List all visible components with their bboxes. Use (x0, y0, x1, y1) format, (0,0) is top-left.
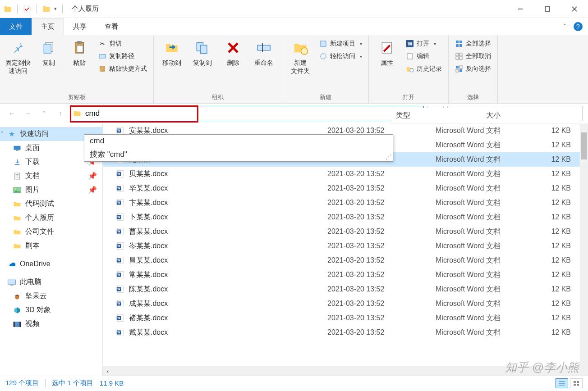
sidebar-onedrive[interactable]: OneDrive (0, 257, 102, 271)
file-row[interactable]: W卜某某.docx2021-03-20 13:52Microsoft Word … (103, 210, 588, 224)
group-label-select: 选择 (452, 91, 494, 103)
desktop-icon (13, 144, 22, 153)
group-label-open: 打开 (372, 91, 445, 103)
file-row[interactable]: W戴某某.docx2021-03-20 13:52Microsoft Word … (103, 325, 588, 340)
svg-text:W: W (117, 331, 120, 334)
sidebar-item[interactable]: 图片📌 (0, 183, 102, 197)
tab-view[interactable]: 查看 (96, 18, 127, 35)
word-icon: W (103, 300, 129, 308)
cut-button[interactable]: ✂剪切 (96, 38, 150, 50)
suggestion-item[interactable]: 搜索 "cmd" (84, 147, 393, 161)
sidebar-item[interactable]: 代码测试 (0, 197, 102, 211)
status-bar: 129 个项目 选中 1 个项目 11.9 KB (0, 376, 588, 390)
paste-button[interactable]: 粘贴 (65, 37, 94, 69)
copy-to-button[interactable]: 复制到 (188, 37, 217, 69)
select-all-button[interactable]: 全部选择 (452, 38, 494, 50)
svg-rect-28 (456, 44, 459, 47)
edit-button[interactable]: 编辑 (403, 50, 445, 62)
back-button[interactable]: ← (5, 107, 18, 120)
file-row[interactable]: W卞某某.docx2021-03-20 13:52Microsoft Word … (103, 196, 588, 210)
pin-quick-access-button[interactable]: 固定到快 速访问 (4, 37, 32, 77)
sidebar-item[interactable]: 3D 对象 (0, 303, 102, 317)
details-view-button[interactable] (556, 378, 568, 388)
address-input[interactable] (83, 107, 411, 120)
delete-icon (225, 40, 241, 56)
sidebar-item[interactable]: 公司文件 (0, 225, 102, 239)
sidebar-item[interactable]: 文档📌 (0, 169, 102, 183)
svg-point-18 (301, 48, 308, 55)
new-folder-button[interactable]: 新建 文件夹 (286, 37, 315, 77)
sidebar-item[interactable]: 个人履历 (0, 211, 102, 225)
tab-home[interactable]: 主页 (32, 18, 64, 35)
file-row[interactable]: W贝某某.docx2021-03-20 13:52Microsoft Word … (103, 167, 588, 181)
new-item-button[interactable]: 新建项目▾ (317, 38, 365, 50)
select-none-button[interactable]: 全部取消 (452, 50, 494, 62)
icons-view-button[interactable] (570, 378, 583, 388)
select-none-icon (455, 52, 463, 60)
address-bar[interactable]: ˅ (70, 106, 424, 121)
file-row[interactable]: W昌某某.docx2021-03-20 13:52Microsoft Word … (103, 253, 588, 268)
forward-button[interactable]: → (22, 107, 34, 120)
copy-path-button[interactable]: 复制路径 (96, 50, 150, 62)
maximize-button[interactable] (534, 0, 561, 18)
svg-text:W: W (117, 244, 120, 247)
col-type[interactable]: 类型 (390, 111, 481, 120)
sidebar-this-pc[interactable]: 此电脑 (0, 275, 102, 289)
svg-point-46 (15, 188, 16, 190)
resize-grip-icon[interactable]: ⋰ (386, 153, 392, 160)
svg-rect-52 (19, 322, 21, 327)
scroll-left-icon[interactable]: ‹ (103, 368, 113, 375)
vertical-scrollbar[interactable] (580, 123, 588, 376)
qat-checkbox-icon[interactable] (23, 5, 31, 13)
open-button[interactable]: W打开▾ (403, 38, 445, 50)
invert-selection-button[interactable]: 反向选择 (452, 63, 494, 75)
sidebar-item[interactable]: 剧本 (0, 239, 102, 253)
file-row[interactable]: W曹某某.docx2021-03-20 13:52Microsoft Word … (103, 224, 588, 239)
sidebar-item[interactable]: 坚果云 (0, 289, 102, 303)
folder-icon (13, 214, 22, 223)
file-row[interactable]: W陈某某.docx2021-03-20 13:52Microsoft Word … (103, 282, 588, 296)
pin-icon: 📌 (88, 172, 97, 180)
delete-button[interactable]: 删除 (219, 37, 248, 69)
suggestion-item[interactable]: cmd (84, 135, 393, 147)
help-button[interactable]: ? (574, 22, 583, 31)
file-row[interactable]: W毕某某.docx2021-03-20 13:52Microsoft Word … (103, 181, 588, 196)
paste-shortcut-button[interactable]: 粘贴快捷方式 (96, 63, 150, 75)
close-button[interactable] (561, 0, 588, 18)
move-to-button[interactable]: 移动到 (157, 37, 186, 69)
svg-text:W: W (117, 230, 120, 233)
tab-share[interactable]: 共享 (64, 18, 96, 35)
qat-dropdown-icon[interactable]: ▾ (54, 6, 57, 12)
minimize-button[interactable] (507, 0, 534, 18)
sidebar-item[interactable]: 视频 (0, 317, 102, 331)
title-bar: ▾ 个人履历 (0, 0, 588, 18)
star-icon: ★ (7, 130, 16, 139)
history-button[interactable]: 历史记录 (403, 63, 445, 75)
file-row[interactable]: W褚某某.docx2021-03-20 13:52Microsoft Word … (103, 311, 588, 325)
file-row[interactable]: W成某某.docx2021-03-20 13:52Microsoft Word … (103, 296, 588, 311)
invert-icon (455, 65, 463, 73)
horizontal-scrollbar[interactable]: ‹ (103, 366, 588, 376)
properties-button[interactable]: 属性 (372, 37, 401, 69)
ribbon-collapse-icon[interactable]: ˄ (563, 23, 566, 30)
select-all-icon (455, 40, 463, 48)
recent-dropdown[interactable]: ˅ (38, 107, 51, 120)
rename-button[interactable]: 重命名 (249, 37, 278, 69)
history-icon (406, 65, 414, 73)
copy-button[interactable]: 复制 (34, 37, 63, 69)
status-size: 11.9 KB (100, 379, 124, 387)
col-size[interactable]: 大小 (481, 111, 526, 120)
svg-rect-6 (44, 44, 51, 53)
svg-rect-29 (459, 44, 462, 47)
status-selected: 选中 1 个项目 (52, 379, 93, 387)
svg-rect-37 (459, 69, 462, 72)
chevron-down-icon[interactable]: ˅ (1, 131, 4, 137)
move-icon (164, 40, 180, 56)
tab-file[interactable]: 文件 (0, 18, 32, 35)
file-row[interactable]: W常某某.docx2021-03-20 13:52Microsoft Word … (103, 268, 588, 282)
up-button[interactable]: ↑ (54, 107, 67, 120)
folder-icon (13, 200, 22, 209)
svg-rect-34 (456, 66, 459, 68)
easy-access-button[interactable]: 轻松访问▾ (317, 50, 365, 62)
file-row[interactable]: W岑某某.docx2021-03-20 13:52Microsoft Word … (103, 239, 588, 253)
